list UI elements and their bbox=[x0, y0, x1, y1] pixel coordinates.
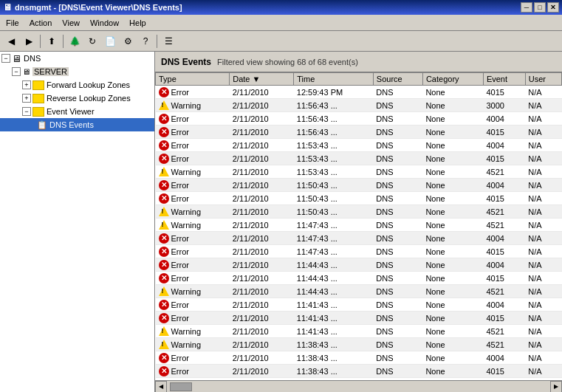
col-time[interactable]: Time bbox=[294, 73, 374, 86]
close-button[interactable]: ✕ bbox=[547, 2, 559, 13]
cell-time: 11:41:43 ... bbox=[294, 298, 374, 312]
properties-button[interactable]: ⚙ bbox=[120, 33, 136, 49]
table-row[interactable]: ✕Error2/11/201011:47:43 ...DNSNone4015N/… bbox=[156, 245, 562, 258]
table-row[interactable]: ✕Error2/11/201011:41:43 ...DNSNone4004N/… bbox=[156, 298, 562, 312]
expand-reverse[interactable]: + bbox=[22, 94, 31, 103]
table-row[interactable]: ✕Error2/11/201011:53:43 ...DNSNone4004N/… bbox=[156, 139, 562, 152]
table-row[interactable]: Warning2/11/201011:44:43 ...DNSNone4521N… bbox=[156, 285, 562, 298]
table-row[interactable]: Warning2/11/201011:53:43 ...DNSNone4521N… bbox=[156, 165, 562, 179]
type-label: Error bbox=[171, 128, 189, 137]
help-button[interactable]: ? bbox=[137, 33, 154, 49]
cell-event: 4015 bbox=[483, 125, 525, 139]
scroll-track[interactable] bbox=[167, 381, 550, 392]
menu-window[interactable]: Window bbox=[86, 17, 123, 29]
toolbar-sep-1 bbox=[40, 35, 41, 48]
cell-type: Warning bbox=[156, 285, 230, 298]
table-row[interactable]: ✕Error2/11/201011:56:43 ...DNSNone4004N/… bbox=[156, 112, 562, 125]
maximize-button[interactable]: □ bbox=[534, 2, 546, 13]
col-source[interactable]: Source bbox=[373, 73, 422, 86]
cell-user: N/A bbox=[525, 152, 561, 165]
cell-category: None bbox=[422, 179, 483, 192]
table-row[interactable]: ✕Error2/11/201011:38:43 ...DNSNone4015N/… bbox=[156, 365, 562, 378]
type-label: Error bbox=[171, 247, 189, 256]
content-header: DNS Events Filtered view showing 68 of 6… bbox=[155, 52, 562, 72]
cell-event: 4521 bbox=[483, 285, 525, 298]
menu-view[interactable]: View bbox=[58, 17, 84, 29]
view-button[interactable]: ☰ bbox=[160, 33, 177, 49]
sidebar-item-dns-events[interactable]: 📋 DNS Events bbox=[0, 118, 154, 131]
expand-event-viewer[interactable]: − bbox=[22, 107, 31, 116]
cell-category: None bbox=[422, 86, 483, 99]
cell-source: DNS bbox=[373, 365, 422, 378]
folder-icon-reverse bbox=[32, 94, 44, 103]
cell-time: 11:56:43 ... bbox=[294, 99, 374, 112]
scroll-left-button[interactable]: ◀ bbox=[155, 381, 167, 393]
table-row[interactable]: Warning2/11/201011:41:43 ...DNSNone4521N… bbox=[156, 325, 562, 338]
sidebar-item-forward-lookup[interactable]: + Forward Lookup Zones bbox=[0, 78, 154, 92]
expand-forward[interactable]: + bbox=[22, 80, 31, 89]
minimize-button[interactable]: ─ bbox=[521, 2, 532, 13]
table-row[interactable]: ✕Error2/11/201011:53:43 ...DNSNone4015N/… bbox=[156, 152, 562, 165]
table-row[interactable]: Warning2/11/201011:50:43 ...DNSNone4521N… bbox=[156, 205, 562, 219]
cell-type: ✕Error bbox=[156, 258, 230, 272]
table-row[interactable]: ✕Error2/11/201011:44:43 ...DNSNone4004N/… bbox=[156, 258, 562, 272]
cell-event: 4015 bbox=[483, 365, 525, 378]
cell-type: Warning bbox=[156, 205, 230, 219]
table-row[interactable]: Warning2/11/201011:38:43 ...DNSNone4521N… bbox=[156, 338, 562, 351]
col-date[interactable]: Date ▼ bbox=[230, 73, 294, 86]
horizontal-scrollbar[interactable]: ◀ ▶ bbox=[155, 380, 562, 392]
table-row[interactable]: ✕Error2/11/201011:44:43 ...DNSNone4015N/… bbox=[156, 272, 562, 285]
type-label: Error bbox=[171, 354, 189, 362]
sidebar-item-reverse-lookup[interactable]: + Reverse Lookup Zones bbox=[0, 92, 154, 105]
table-row[interactable]: ✕Error2/11/201011:50:43 ...DNSNone4004N/… bbox=[156, 179, 562, 192]
sidebar-item-server[interactable]: − 🖥 SERVER bbox=[0, 65, 154, 78]
cell-time: 11:44:43 ... bbox=[294, 285, 374, 298]
cell-type: ✕Error bbox=[156, 232, 230, 245]
warning-icon bbox=[159, 100, 169, 110]
table-row[interactable]: ✕Error2/11/201011:38:43 ...DNSNone4004N/… bbox=[156, 351, 562, 365]
table-row[interactable]: ✕Error2/11/201011:50:43 ...DNSNone4015N/… bbox=[156, 192, 562, 205]
type-label: Error bbox=[171, 314, 189, 323]
refresh-button[interactable]: ↻ bbox=[84, 33, 100, 49]
computer-icon: 🖥 bbox=[12, 53, 21, 64]
cell-type: ✕Error bbox=[156, 192, 230, 205]
cell-category: None bbox=[422, 125, 483, 139]
back-button[interactable]: ◀ bbox=[3, 33, 19, 49]
col-type[interactable]: Type bbox=[156, 73, 230, 86]
cell-user: N/A bbox=[525, 312, 561, 325]
cell-category: None bbox=[422, 338, 483, 351]
expand-dns[interactable]: − bbox=[1, 54, 10, 63]
table-row[interactable]: ✕Error2/11/201012:59:43 PMDNSNone4015N/A bbox=[156, 86, 562, 99]
table-row[interactable]: Warning2/11/201011:47:43 ...DNSNone4521N… bbox=[156, 219, 562, 232]
col-user[interactable]: User bbox=[525, 73, 561, 86]
show-hide-tree-button[interactable]: 🌲 bbox=[66, 33, 83, 49]
col-event[interactable]: Event bbox=[483, 73, 525, 86]
cell-time: 11:38:43 ... bbox=[294, 351, 374, 365]
cell-category: None bbox=[422, 245, 483, 258]
error-icon: ✕ bbox=[159, 193, 169, 204]
table-row[interactable]: ✕Error2/11/201011:47:43 ...DNSNone4004N/… bbox=[156, 232, 562, 245]
table-row[interactable]: ✕Error2/11/201011:56:43 ...DNSNone4015N/… bbox=[156, 125, 562, 139]
cell-user: N/A bbox=[525, 245, 561, 258]
sidebar-item-dns[interactable]: − 🖥 DNS bbox=[0, 52, 154, 65]
sidebar-item-event-viewer[interactable]: − Event Viewer bbox=[0, 105, 154, 118]
cell-category: None bbox=[422, 312, 483, 325]
cell-user: N/A bbox=[525, 99, 561, 112]
events-table-wrapper[interactable]: Type Date ▼ Time Source Category Event U… bbox=[155, 72, 562, 380]
scroll-thumb[interactable] bbox=[170, 382, 192, 391]
menu-help[interactable]: Help bbox=[125, 17, 151, 29]
export-button[interactable]: 📄 bbox=[102, 33, 118, 49]
content-subtitle: Filtered view showing 68 of 68 event(s) bbox=[217, 58, 358, 66]
table-row[interactable]: ✕Error2/11/201011:41:43 ...DNSNone4015N/… bbox=[156, 312, 562, 325]
menu-action[interactable]: Action bbox=[25, 17, 57, 29]
table-row[interactable]: Warning2/11/201011:56:43 ...DNSNone3000N… bbox=[156, 99, 562, 112]
cell-type: ✕Error bbox=[156, 112, 230, 125]
expand-server[interactable]: − bbox=[12, 67, 21, 76]
scroll-right-button[interactable]: ▶ bbox=[550, 381, 562, 393]
col-category[interactable]: Category bbox=[422, 73, 483, 86]
menu-file[interactable]: File bbox=[1, 17, 24, 29]
cell-source: DNS bbox=[373, 165, 422, 179]
forward-button[interactable]: ▶ bbox=[21, 33, 37, 49]
type-label: Error bbox=[171, 181, 189, 190]
up-button[interactable]: ⬆ bbox=[44, 33, 60, 49]
